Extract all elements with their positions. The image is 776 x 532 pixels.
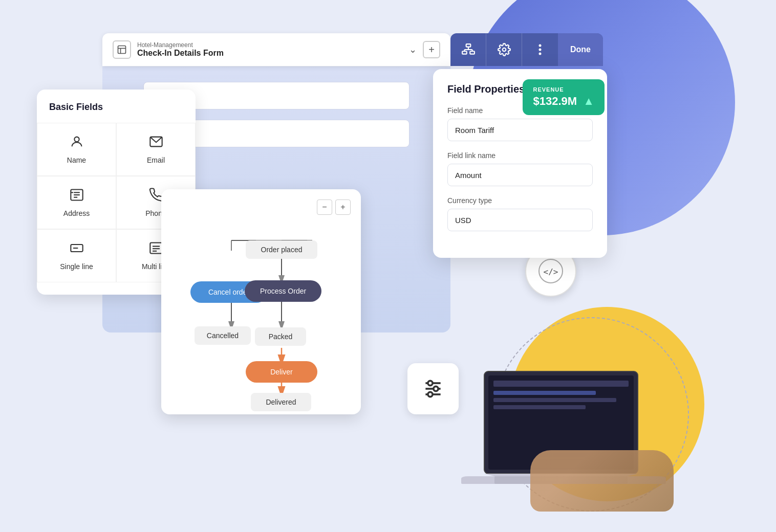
singleline-icon xyxy=(70,241,84,258)
form-name: Check-In Details Form xyxy=(137,49,403,58)
field-name-input[interactable] xyxy=(447,119,593,141)
svg-rect-3 xyxy=(466,44,470,47)
node-deliver[interactable]: Deliver xyxy=(246,361,317,383)
top-toolbar: Done xyxy=(450,33,603,66)
field-name[interactable]: Name xyxy=(37,123,116,176)
field-singleline[interactable]: Single line xyxy=(37,229,116,282)
svg-point-11 xyxy=(539,45,542,47)
field-address-label: Address xyxy=(63,209,90,217)
field-name-label: Name xyxy=(67,156,86,164)
svg-point-39 xyxy=(428,381,433,385)
svg-point-41 xyxy=(428,392,433,396)
svg-rect-49 xyxy=(493,405,586,409)
svg-point-40 xyxy=(434,386,438,391)
more-options-icon-button[interactable] xyxy=(522,33,558,66)
add-button[interactable]: + xyxy=(423,41,440,58)
revenue-arrow-icon: ▲ xyxy=(583,95,594,107)
node-cancelled: Cancelled xyxy=(195,326,251,345)
hands-illustration xyxy=(530,450,674,512)
field-email[interactable]: Email xyxy=(116,123,196,176)
node-packed: Packed xyxy=(255,327,306,346)
svg-rect-5 xyxy=(470,51,475,54)
svg-rect-48 xyxy=(493,398,616,402)
node-order-placed: Order placed xyxy=(246,240,317,259)
settings-icon-button[interactable] xyxy=(486,33,522,66)
field-address[interactable]: Address xyxy=(37,176,116,229)
currency-input[interactable] xyxy=(447,209,593,231)
svg-point-12 xyxy=(539,49,542,51)
workflow-panel: − + xyxy=(161,189,361,414)
svg-point-10 xyxy=(502,48,506,52)
zoom-in-button[interactable]: + xyxy=(335,199,351,215)
app-name: Hotel-Managemeent xyxy=(137,41,403,49)
workflow-controls: − + xyxy=(171,199,351,215)
field-email-label: Email xyxy=(147,156,165,164)
sliders-icon xyxy=(422,378,444,400)
network-icon-button[interactable] xyxy=(450,33,486,66)
svg-rect-4 xyxy=(462,51,467,54)
address-icon xyxy=(70,188,84,205)
workflow-diagram: Order placed Cancel order Process Order … xyxy=(171,220,351,404)
done-button[interactable]: Done xyxy=(558,33,603,66)
revenue-label: REVENUE xyxy=(533,86,594,93)
email-icon xyxy=(149,135,163,152)
basic-fields-title: Basic Fields xyxy=(37,102,196,123)
svg-point-13 xyxy=(539,53,542,55)
zoom-out-button[interactable]: − xyxy=(317,199,332,215)
sliders-box[interactable] xyxy=(407,363,459,414)
chevron-down-icon[interactable]: ⌄ xyxy=(409,44,417,55)
app-icon xyxy=(113,40,131,59)
revenue-amount: $132.9M ▲ xyxy=(533,95,594,108)
revenue-badge: REVENUE $132.9M ▲ xyxy=(523,79,605,115)
svg-text:</>: </> xyxy=(544,267,558,277)
person-icon xyxy=(70,135,84,152)
laptop-area xyxy=(454,366,674,517)
node-process-order[interactable]: Process Order xyxy=(245,280,321,302)
field-link-label: Field link name xyxy=(447,151,593,160)
workflow-nodes: Order placed Cancel order Process Order … xyxy=(174,220,348,404)
currency-label: Currency type xyxy=(447,196,593,205)
svg-rect-0 xyxy=(118,46,126,54)
field-singleline-label: Single line xyxy=(60,262,93,271)
svg-rect-23 xyxy=(150,243,162,254)
hotel-management-bar: Hotel-Managemeent Check-In Details Form … xyxy=(102,33,450,66)
svg-point-14 xyxy=(74,137,79,142)
hotel-bar-text: Hotel-Managemeent Check-In Details Form xyxy=(137,41,403,58)
field-link-input[interactable] xyxy=(447,164,593,186)
code-icon: </> xyxy=(538,258,564,284)
svg-rect-46 xyxy=(493,381,629,387)
svg-rect-47 xyxy=(493,391,596,395)
node-delivered: Delivered xyxy=(251,393,311,411)
